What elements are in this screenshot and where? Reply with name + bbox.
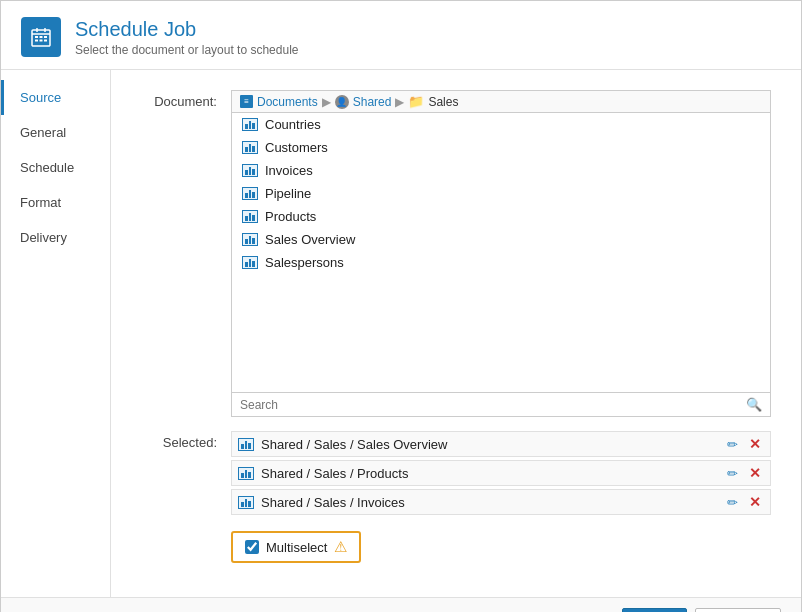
dialog-footer: OK Cancel [1, 597, 801, 612]
selected-control: Shared / Sales / Sales Overview ✏ ✕ Shar… [231, 431, 771, 563]
sidebar: Source General Schedule Format Delivery [1, 70, 111, 597]
sidebar-item-schedule[interactable]: Schedule [1, 150, 110, 185]
selected-item-actions-1: ✏ ✕ [724, 436, 764, 452]
file-chart-icon [242, 118, 258, 131]
file-name-pipeline: Pipeline [265, 186, 311, 201]
file-item-pipeline[interactable]: Pipeline [232, 182, 770, 205]
file-item-products[interactable]: Products [232, 205, 770, 228]
file-chart-icon [242, 256, 258, 269]
bc-folder: Sales [428, 95, 458, 109]
documents-icon: ≡ [240, 95, 253, 108]
file-chart-icon [242, 187, 258, 200]
selected-item-2: Shared / Sales / Products ✏ ✕ [231, 460, 771, 486]
cancel-button[interactable]: Cancel [695, 608, 781, 612]
multiselect-label: Multiselect [266, 540, 327, 555]
file-item-customers[interactable]: Customers [232, 136, 770, 159]
file-name-products: Products [265, 209, 316, 224]
file-chart-icon [242, 164, 258, 177]
search-input[interactable] [240, 398, 746, 412]
sidebar-item-general[interactable]: General [1, 115, 110, 150]
edit-button-1[interactable]: ✏ [724, 437, 741, 452]
dialog-body: Source General Schedule Format Delivery … [1, 70, 801, 597]
bc-shared[interactable]: Shared [353, 95, 392, 109]
main-content: Document: ≡ Documents ▶ 👤 Shared ▶ 📁 Sal… [111, 70, 801, 597]
multiselect-box[interactable]: Multiselect ⚠ [231, 531, 361, 563]
search-box: 🔍 [231, 393, 771, 417]
bc-sep-2: ▶ [395, 95, 404, 109]
document-row: Document: ≡ Documents ▶ 👤 Shared ▶ 📁 Sal… [141, 90, 771, 417]
multiselect-row: Multiselect ⚠ [231, 531, 771, 563]
file-name-sales-overview: Sales Overview [265, 232, 355, 247]
bc-sep-1: ▶ [322, 95, 331, 109]
document-control: ≡ Documents ▶ 👤 Shared ▶ 📁 Sales [231, 90, 771, 417]
selected-item-name-1: Shared / Sales / Sales Overview [261, 437, 717, 452]
file-name-salespersons: Salespersons [265, 255, 344, 270]
selected-label: Selected: [141, 431, 231, 450]
ok-button[interactable]: OK [622, 608, 687, 612]
file-chart-icon [242, 141, 258, 154]
svg-rect-8 [40, 40, 43, 42]
file-item-countries[interactable]: Countries [232, 113, 770, 136]
bc-documents[interactable]: Documents [257, 95, 318, 109]
header-calendar-icon [21, 17, 61, 57]
selected-chart-icon-1 [238, 438, 254, 451]
selected-chart-icon-2 [238, 467, 254, 480]
breadcrumb-bar[interactable]: ≡ Documents ▶ 👤 Shared ▶ 📁 Sales [231, 90, 771, 113]
selected-item-actions-3: ✏ ✕ [724, 494, 764, 510]
delete-button-2[interactable]: ✕ [746, 465, 764, 481]
selected-item-1: Shared / Sales / Sales Overview ✏ ✕ [231, 431, 771, 457]
selected-row: Selected: Shared / Sales / Sales Overvie… [141, 431, 771, 563]
svg-rect-9 [44, 40, 47, 42]
selected-item-actions-2: ✏ ✕ [724, 465, 764, 481]
sidebar-item-source[interactable]: Source [1, 80, 110, 115]
file-list: Countries Customers Invoic [231, 113, 771, 393]
schedule-job-dialog: Schedule Job Select the document or layo… [0, 0, 802, 612]
file-item-invoices[interactable]: Invoices [232, 159, 770, 182]
multiselect-checkbox[interactable] [245, 540, 259, 554]
header-text: Schedule Job Select the document or layo… [75, 18, 298, 57]
svg-rect-4 [35, 36, 38, 38]
file-chart-icon [242, 210, 258, 223]
selected-item-name-2: Shared / Sales / Products [261, 466, 717, 481]
file-item-salespersons[interactable]: Salespersons [232, 251, 770, 274]
file-name-countries: Countries [265, 117, 321, 132]
dialog-header: Schedule Job Select the document or layo… [1, 1, 801, 70]
delete-button-3[interactable]: ✕ [746, 494, 764, 510]
selected-item-name-3: Shared / Sales / Invoices [261, 495, 717, 510]
delete-button-1[interactable]: ✕ [746, 436, 764, 452]
sidebar-item-delivery[interactable]: Delivery [1, 220, 110, 255]
file-name-customers: Customers [265, 140, 328, 155]
search-icon: 🔍 [746, 397, 762, 412]
warning-icon: ⚠ [334, 538, 347, 556]
dialog-title: Schedule Job [75, 18, 298, 41]
selected-chart-icon-3 [238, 496, 254, 509]
file-name-invoices: Invoices [265, 163, 313, 178]
svg-rect-5 [40, 36, 43, 38]
edit-button-3[interactable]: ✏ [724, 495, 741, 510]
document-label: Document: [141, 90, 231, 109]
sidebar-item-format[interactable]: Format [1, 185, 110, 220]
file-chart-icon [242, 233, 258, 246]
file-item-sales-overview[interactable]: Sales Overview [232, 228, 770, 251]
bc-user-icon: 👤 [335, 95, 349, 109]
selected-item-3: Shared / Sales / Invoices ✏ ✕ [231, 489, 771, 515]
dialog-subtitle: Select the document or layout to schedul… [75, 43, 298, 57]
edit-button-2[interactable]: ✏ [724, 466, 741, 481]
svg-rect-6 [44, 36, 47, 38]
selected-list: Shared / Sales / Sales Overview ✏ ✕ Shar… [231, 431, 771, 515]
svg-rect-7 [35, 40, 38, 42]
bc-folder-icon: 📁 [408, 94, 424, 109]
